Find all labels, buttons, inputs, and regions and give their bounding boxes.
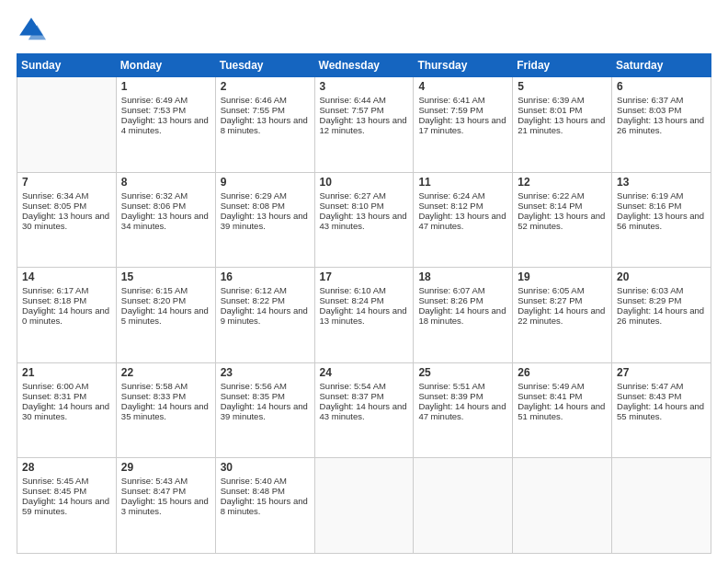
day-number: 6 [617, 80, 706, 93]
day-info: Sunrise: 6:44 AM [320, 95, 409, 105]
calendar-cell: 18Sunrise: 6:07 AMSunset: 8:26 PMDayligh… [414, 268, 513, 363]
day-info: Sunset: 8:48 PM [221, 486, 310, 496]
day-info: Daylight: 14 hours and 47 minutes. [418, 401, 507, 421]
day-info: Sunset: 8:06 PM [121, 201, 210, 211]
day-info: Sunrise: 6:49 AM [121, 95, 210, 105]
day-info: Daylight: 14 hours and 59 minutes. [22, 496, 111, 516]
day-number: 13 [617, 176, 706, 189]
day-number: 15 [121, 270, 210, 283]
day-info: Daylight: 15 hours and 3 minutes. [121, 496, 210, 516]
day-info: Sunset: 8:39 PM [418, 391, 507, 401]
day-info: Sunset: 8:43 PM [617, 391, 706, 401]
calendar-cell: 7Sunrise: 6:34 AMSunset: 8:05 PMDaylight… [17, 172, 117, 268]
day-info: Sunrise: 6:15 AM [121, 285, 210, 295]
day-info: Sunset: 8:45 PM [22, 486, 111, 496]
day-info: Sunset: 8:10 PM [320, 201, 409, 211]
calendar-cell: 19Sunrise: 6:05 AMSunset: 8:27 PMDayligh… [513, 268, 612, 363]
day-info: Sunset: 8:31 PM [22, 391, 111, 401]
day-info: Sunrise: 6:22 AM [518, 190, 607, 201]
day-number: 28 [22, 461, 111, 474]
calendar-cell: 5Sunrise: 6:39 AMSunset: 8:01 PMDaylight… [513, 77, 612, 173]
day-info: Daylight: 14 hours and 43 minutes. [320, 401, 409, 421]
calendar-cell: 1Sunrise: 6:49 AMSunset: 7:53 PMDaylight… [116, 77, 215, 173]
calendar-week-row: 1Sunrise: 6:49 AMSunset: 7:53 PMDaylight… [17, 77, 711, 173]
day-info: Sunrise: 6:05 AM [518, 285, 607, 295]
day-number: 16 [221, 270, 310, 283]
day-info: Daylight: 13 hours and 43 minutes. [320, 211, 409, 231]
day-header-monday: Monday [116, 54, 215, 77]
calendar-cell: 17Sunrise: 6:10 AMSunset: 8:24 PMDayligh… [314, 268, 414, 363]
day-info: Daylight: 14 hours and 9 minutes. [221, 305, 310, 326]
day-info: Daylight: 13 hours and 8 minutes. [221, 115, 310, 135]
day-info: Sunrise: 6:03 AM [617, 285, 706, 295]
day-header-sunday: Sunday [17, 54, 117, 77]
calendar-header-row: SundayMondayTuesdayWednesdayThursdayFrid… [17, 54, 711, 77]
calendar-week-row: 14Sunrise: 6:17 AMSunset: 8:18 PMDayligh… [17, 268, 711, 363]
day-info: Sunrise: 5:54 AM [320, 381, 409, 391]
day-header-thursday: Thursday [414, 54, 513, 77]
day-info: Daylight: 13 hours and 17 minutes. [418, 115, 507, 135]
day-info: Sunrise: 6:17 AM [22, 285, 111, 295]
calendar-cell: 27Sunrise: 5:47 AMSunset: 8:43 PMDayligh… [612, 362, 711, 458]
calendar-cell [17, 77, 117, 173]
day-number: 12 [518, 176, 607, 189]
day-info: Sunrise: 6:12 AM [221, 285, 310, 295]
calendar-cell: 24Sunrise: 5:54 AMSunset: 8:37 PMDayligh… [314, 362, 414, 458]
day-info: Daylight: 14 hours and 0 minutes. [22, 305, 111, 326]
day-info: Sunrise: 6:41 AM [418, 95, 507, 105]
calendar-cell: 6Sunrise: 6:37 AMSunset: 8:03 PMDaylight… [612, 77, 711, 173]
day-info: Sunset: 8:35 PM [221, 391, 310, 401]
day-info: Sunset: 8:16 PM [617, 201, 706, 211]
day-info: Daylight: 14 hours and 26 minutes. [617, 305, 706, 326]
day-header-friday: Friday [513, 54, 612, 77]
calendar-cell: 15Sunrise: 6:15 AMSunset: 8:20 PMDayligh… [116, 268, 215, 363]
calendar-cell: 21Sunrise: 6:00 AMSunset: 8:31 PMDayligh… [17, 362, 117, 458]
logo-icon [17, 15, 46, 44]
day-info: Sunrise: 6:37 AM [617, 95, 706, 105]
day-info: Sunrise: 6:39 AM [518, 95, 607, 105]
calendar-cell: 26Sunrise: 5:49 AMSunset: 8:41 PMDayligh… [513, 362, 612, 458]
day-number: 7 [22, 176, 111, 189]
day-number: 19 [518, 270, 607, 283]
calendar-cell [414, 458, 513, 554]
day-info: Sunrise: 6:27 AM [320, 190, 409, 201]
day-number: 17 [320, 270, 409, 283]
day-info: Sunrise: 6:24 AM [418, 190, 507, 201]
day-info: Daylight: 14 hours and 5 minutes. [121, 305, 210, 326]
day-info: Sunset: 8:14 PM [518, 201, 607, 211]
day-number: 3 [320, 80, 409, 93]
day-info: Sunrise: 6:34 AM [22, 190, 111, 201]
header [17, 15, 711, 44]
day-info: Sunrise: 5:40 AM [221, 476, 310, 486]
day-number: 10 [320, 176, 409, 189]
day-info: Sunset: 8:26 PM [418, 295, 507, 305]
calendar-cell: 10Sunrise: 6:27 AMSunset: 8:10 PMDayligh… [314, 172, 414, 268]
day-info: Sunrise: 6:00 AM [22, 381, 111, 391]
day-info: Daylight: 13 hours and 39 minutes. [221, 211, 310, 231]
day-info: Daylight: 14 hours and 55 minutes. [617, 401, 706, 421]
calendar-table: SundayMondayTuesdayWednesdayThursdayFrid… [17, 53, 711, 554]
day-number: 11 [418, 176, 507, 189]
calendar-cell: 22Sunrise: 5:58 AMSunset: 8:33 PMDayligh… [116, 362, 215, 458]
calendar-cell [612, 458, 711, 554]
day-info: Sunset: 8:20 PM [121, 295, 210, 305]
day-number: 2 [221, 80, 310, 93]
day-info: Daylight: 13 hours and 4 minutes. [121, 115, 210, 135]
day-info: Daylight: 14 hours and 51 minutes. [518, 401, 607, 421]
calendar-cell: 13Sunrise: 6:19 AMSunset: 8:16 PMDayligh… [612, 172, 711, 268]
calendar-cell: 20Sunrise: 6:03 AMSunset: 8:29 PMDayligh… [612, 268, 711, 363]
day-info: Daylight: 13 hours and 30 minutes. [22, 211, 111, 231]
calendar-cell: 25Sunrise: 5:51 AMSunset: 8:39 PMDayligh… [414, 362, 513, 458]
calendar-cell: 9Sunrise: 6:29 AMSunset: 8:08 PMDaylight… [215, 172, 314, 268]
day-info: Sunset: 8:12 PM [418, 201, 507, 211]
calendar-week-row: 21Sunrise: 6:00 AMSunset: 8:31 PMDayligh… [17, 362, 711, 458]
calendar-cell: 16Sunrise: 6:12 AMSunset: 8:22 PMDayligh… [215, 268, 314, 363]
day-info: Sunrise: 5:56 AM [221, 381, 310, 391]
day-info: Sunset: 8:24 PM [320, 295, 409, 305]
day-info: Daylight: 14 hours and 35 minutes. [121, 401, 210, 421]
day-number: 9 [221, 176, 310, 189]
day-info: Daylight: 13 hours and 56 minutes. [617, 211, 706, 231]
day-info: Sunset: 8:22 PM [221, 295, 310, 305]
day-info: Sunrise: 6:07 AM [418, 285, 507, 295]
day-info: Daylight: 15 hours and 8 minutes. [221, 496, 310, 516]
